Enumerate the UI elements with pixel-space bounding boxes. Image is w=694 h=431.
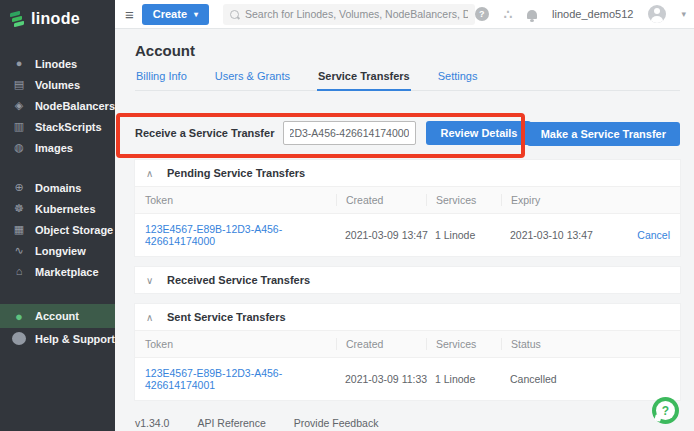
create-button-label: Create bbox=[153, 8, 187, 20]
images-icon: ◍ bbox=[12, 142, 26, 153]
linode-logo[interactable]: linode bbox=[0, 0, 115, 30]
pending-table-header: Token Created Services Expiry bbox=[135, 186, 680, 213]
sidebar-item-longview[interactable]: ∿ Longview bbox=[0, 240, 115, 261]
sent-status: Cancelled bbox=[510, 373, 620, 385]
tab-bar: Billing Info Users & Grants Service Tran… bbox=[135, 70, 680, 91]
review-details-button[interactable]: Review Details bbox=[426, 121, 531, 145]
sidebar-item-volumes[interactable]: ▤ Volumes bbox=[0, 74, 115, 95]
table-row: 123E4567-E89B-12D3-A456-426614174001 202… bbox=[135, 357, 680, 400]
chevron-down-icon: ▾ bbox=[194, 10, 198, 19]
page-title: Account bbox=[135, 42, 680, 59]
sidebar-item-label: Account bbox=[35, 310, 79, 322]
transfer-token-input[interactable] bbox=[283, 121, 416, 145]
receive-transfer-label: Receive a Service Transfer bbox=[135, 127, 274, 139]
sidebar-item-label: Longview bbox=[35, 245, 86, 257]
sidebar-item-label: NodeBalancers bbox=[35, 100, 115, 112]
sidebar-item-label: Marketplace bbox=[35, 266, 99, 278]
sidebar-item-help-support[interactable]: ? Help & Support bbox=[0, 328, 115, 349]
sidebar-nav: ● Linodes ▤ Volumes ◈ NodeBalancers ▥ St… bbox=[0, 53, 115, 349]
cancel-link[interactable]: Cancel bbox=[620, 229, 670, 241]
sidebar-item-object-storage[interactable]: ▦ Object Storage bbox=[0, 219, 115, 240]
sidebar-item-label: Images bbox=[35, 142, 73, 154]
notifications-bell-icon[interactable] bbox=[527, 10, 537, 19]
hamburger-menu-icon[interactable]: ≡ bbox=[125, 7, 134, 22]
sent-token-link[interactable]: 123E4567-E89B-12D3-A456-426614174001 bbox=[145, 367, 345, 391]
api-reference-link[interactable]: API Reference bbox=[197, 417, 265, 429]
pending-transfers-title: Pending Service Transfers bbox=[167, 167, 305, 179]
sidebar-item-images[interactable]: ◍ Images bbox=[0, 137, 115, 158]
collapse-chevron-icon[interactable]: ∧ bbox=[146, 312, 158, 323]
table-row: 123E4567-E89B-12D3-A456-426614174000 202… bbox=[135, 213, 680, 256]
community-icon[interactable]: ∴ bbox=[504, 8, 512, 21]
marketplace-icon: ⌂ bbox=[12, 266, 26, 277]
object-storage-icon: ▦ bbox=[12, 224, 26, 235]
col-status: Status bbox=[501, 338, 620, 350]
tab-users-grants[interactable]: Users & Grants bbox=[214, 70, 291, 90]
expand-chevron-icon[interactable]: ∨ bbox=[146, 275, 158, 286]
col-expiry: Expiry bbox=[501, 194, 620, 206]
tab-billing-info[interactable]: Billing Info bbox=[135, 70, 188, 90]
sent-services: 1 Linode bbox=[435, 373, 510, 385]
sidebar-item-linodes[interactable]: ● Linodes bbox=[0, 53, 115, 74]
pending-expiry: 2021-03-10 13:47 bbox=[510, 229, 620, 241]
search-icon bbox=[230, 10, 239, 19]
user-menu-chevron-icon[interactable]: ▾ bbox=[681, 9, 686, 19]
stackscripts-icon: ▥ bbox=[12, 121, 26, 132]
sidebar-item-kubernetes[interactable]: ☸ Kubernetes bbox=[0, 198, 115, 219]
chat-question-icon: ? bbox=[656, 401, 675, 420]
sidebar-item-account[interactable]: ● Account bbox=[0, 304, 115, 328]
global-search[interactable] bbox=[223, 4, 475, 25]
sidebar-nav-group-3: ● Account ? Help & Support bbox=[0, 304, 115, 349]
pending-transfers-card: ∧ Pending Service Transfers Token Create… bbox=[135, 160, 680, 256]
sidebar-item-label: Domains bbox=[35, 182, 81, 194]
kubernetes-icon: ☸ bbox=[12, 203, 26, 214]
username[interactable]: linode_demo512 bbox=[552, 8, 633, 20]
tab-settings[interactable]: Settings bbox=[437, 70, 479, 90]
sent-transfers-header[interactable]: ∧ Sent Service Transfers bbox=[135, 304, 680, 330]
pending-transfers-header[interactable]: ∧ Pending Service Transfers bbox=[135, 160, 680, 186]
linode-logo-text: linode bbox=[31, 10, 80, 28]
account-icon: ● bbox=[12, 310, 26, 323]
tab-service-transfers[interactable]: Service Transfers bbox=[317, 70, 411, 91]
sidebar-item-marketplace[interactable]: ⌂ Marketplace bbox=[0, 261, 115, 282]
user-avatar[interactable] bbox=[648, 5, 666, 23]
make-service-transfer-button[interactable]: Make a Service Transfer bbox=[527, 122, 680, 146]
collapse-chevron-icon[interactable]: ∧ bbox=[146, 168, 158, 179]
help-support-icon: ? bbox=[12, 332, 26, 345]
sidebar-item-label: StackScripts bbox=[35, 121, 102, 133]
received-transfers-header[interactable]: ∨ Received Service Transfers bbox=[135, 267, 680, 293]
pending-created: 2021-03-09 13:47 bbox=[345, 229, 435, 241]
provide-feedback-link[interactable]: Provide Feedback bbox=[294, 417, 379, 429]
sidebar: linode ● Linodes ▤ Volumes ◈ NodeBalance… bbox=[0, 0, 115, 431]
sidebar-nav-group-2: ⊕ Domains ☸ Kubernetes ▦ Object Storage … bbox=[0, 177, 115, 282]
sidebar-item-stackscripts[interactable]: ▥ StackScripts bbox=[0, 116, 115, 137]
main-content: Account Billing Info Users & Grants Serv… bbox=[115, 29, 694, 431]
col-created: Created bbox=[336, 338, 435, 350]
help-chat-button[interactable]: ? bbox=[652, 397, 679, 424]
pending-token-link[interactable]: 123E4567-E89B-12D3-A456-426614174000 bbox=[145, 223, 345, 247]
sidebar-item-nodebalancers[interactable]: ◈ NodeBalancers bbox=[0, 95, 115, 116]
sidebar-item-domains[interactable]: ⊕ Domains bbox=[0, 177, 115, 198]
received-transfers-card: ∨ Received Service Transfers bbox=[135, 267, 680, 293]
sidebar-item-label: Volumes bbox=[35, 79, 80, 91]
col-services: Services bbox=[426, 194, 510, 206]
version-label: v1.34.0 bbox=[135, 417, 169, 429]
sent-transfers-card: ∧ Sent Service Transfers Token Created S… bbox=[135, 304, 680, 400]
col-token: Token bbox=[145, 338, 345, 350]
col-token: Token bbox=[145, 194, 345, 206]
sidebar-item-label: Linodes bbox=[35, 58, 77, 70]
longview-icon: ∿ bbox=[12, 245, 26, 256]
sent-transfers-title: Sent Service Transfers bbox=[167, 311, 286, 323]
col-created: Created bbox=[336, 194, 435, 206]
page-footer: v1.34.0 API Reference Provide Feedback bbox=[135, 417, 680, 429]
topbar-right-cluster: ? ∴ linode_demo512 ▾ bbox=[475, 5, 686, 23]
sidebar-item-label: Object Storage bbox=[35, 224, 113, 236]
sent-table-header: Token Created Services Status bbox=[135, 330, 680, 357]
create-button[interactable]: Create ▾ bbox=[142, 4, 209, 25]
sent-created: 2021-03-09 11:33 bbox=[345, 373, 435, 385]
col-services: Services bbox=[426, 338, 510, 350]
help-icon[interactable]: ? bbox=[475, 7, 489, 21]
linode-logo-icon bbox=[10, 11, 25, 27]
search-input[interactable] bbox=[245, 8, 468, 20]
volumes-icon: ▤ bbox=[12, 79, 26, 90]
